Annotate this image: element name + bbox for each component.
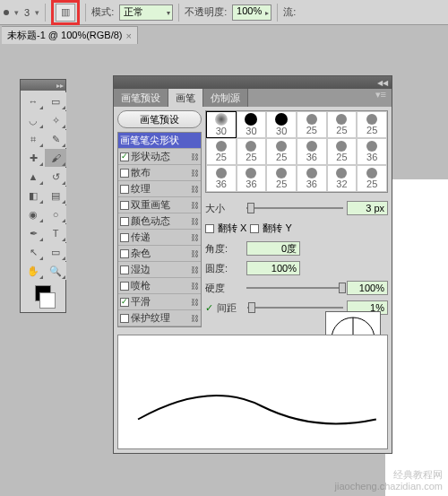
brush-panel-toggle-icon[interactable]: ▥ (56, 4, 75, 22)
preset-cell[interactable]: 32 (327, 165, 358, 192)
preset-cell[interactable]: 36 (297, 165, 327, 192)
option-transfer[interactable]: 传递⛓ (118, 230, 201, 246)
lock-icon: ⛓ (191, 201, 199, 210)
blend-mode-select[interactable]: 正常 ▾ (119, 4, 173, 21)
blur-tool[interactable]: ◉ (22, 205, 44, 223)
type-tool[interactable]: T (45, 224, 66, 242)
lock-icon: ⛓ (191, 169, 199, 178)
preset-cell[interactable]: 36 (237, 165, 267, 192)
option-texture[interactable]: 纹理⛓ (118, 181, 201, 197)
preset-cell[interactable]: 30 (237, 111, 267, 138)
collapse-icon: ◀◀ (377, 79, 388, 87)
hardness-slider[interactable] (246, 283, 343, 293)
opacity-input[interactable]: 100% ▸ (232, 4, 271, 21)
opacity-label: 不透明度: (185, 5, 227, 19)
background-color[interactable] (39, 292, 56, 309)
preset-cell[interactable]: 36 (206, 165, 237, 192)
tab-clone[interactable]: 仿制源 (203, 89, 248, 107)
size-value[interactable]: 3 px (347, 201, 388, 215)
marquee-tool[interactable]: ▭ (45, 92, 66, 110)
flipy-checkbox[interactable] (250, 224, 259, 233)
preset-cell[interactable]: 30 (206, 111, 237, 138)
panel-tabs: 画笔预设 画笔 仿制源 ▾≡ (114, 89, 392, 107)
brush-preview-dot (4, 10, 9, 15)
tab-brush[interactable]: 画笔 (168, 89, 203, 107)
brush-preset-grid[interactable]: 30 30 30 25 25 25 25 25 25 36 25 36 36 3… (205, 110, 388, 193)
preset-cell[interactable]: 36 (357, 138, 387, 165)
angle-label: 角度: (205, 242, 243, 256)
separator (85, 4, 86, 22)
preset-cell[interactable]: 25 (297, 111, 327, 138)
brush-stroke-preview (117, 335, 388, 449)
stamp-tool[interactable]: ▲ (22, 168, 44, 186)
lock-icon: ⛓ (191, 298, 199, 307)
brush-tool[interactable]: 🖌 (45, 149, 66, 167)
brush-titlebar[interactable]: ◀◀ (114, 76, 392, 89)
option-smoothing[interactable]: ✓平滑⛓ (118, 294, 201, 310)
preset-cell[interactable]: 25 (237, 138, 267, 165)
hardness-value[interactable]: 100% (347, 281, 388, 295)
brush-panel: ◀◀ 画笔预设 画笔 仿制源 ▾≡ 画笔预设 画笔笔尖形状 ✓形状动态⛓ 散布⛓… (113, 75, 392, 454)
preset-cell[interactable]: 30 (266, 111, 297, 138)
close-icon[interactable]: × (126, 30, 132, 41)
magic-wand-tool[interactable]: ✧ (45, 111, 66, 129)
crop-tool[interactable]: ⌗ (22, 130, 44, 148)
preset-cell[interactable]: 25 (357, 111, 387, 138)
history-brush-tool[interactable]: ↺ (45, 168, 66, 186)
brush-presets-button[interactable]: 画笔预设 (117, 110, 202, 128)
flipx-label: 翻转 X (218, 222, 246, 235)
pen-tool[interactable]: ✒ (22, 224, 44, 242)
path-tool[interactable]: ↖ (22, 243, 44, 261)
preset-cell[interactable]: 25 (206, 138, 237, 165)
hand-tool[interactable]: ✋ (22, 262, 44, 280)
lasso-tool[interactable]: ◡ (22, 111, 44, 129)
dodge-tool[interactable]: ○ (45, 205, 66, 223)
flipx-checkbox[interactable] (205, 224, 214, 233)
document-tab[interactable]: 未标题-1 @ 100%(RGB/8) × (2, 26, 138, 44)
separator (277, 4, 278, 22)
preset-cell[interactable]: 36 (297, 138, 327, 165)
preset-cell[interactable]: 25 (266, 138, 297, 165)
tools-titlebar[interactable]: ▸▸ (21, 80, 65, 91)
chevron-down-icon[interactable]: ▾ (14, 8, 19, 17)
canvas[interactable] (385, 179, 448, 496)
preset-cell[interactable]: 25 (266, 165, 297, 192)
angle-value[interactable]: 0度 (246, 241, 300, 256)
brush-size-number: 3 (24, 7, 30, 18)
eraser-tool[interactable]: ◧ (22, 187, 44, 204)
separator (178, 4, 179, 22)
healing-tool[interactable]: ✚ (22, 149, 44, 167)
spacing-checkbox[interactable]: ✓ (205, 302, 213, 314)
preset-cell[interactable]: 25 (357, 165, 387, 192)
option-color-dynamics[interactable]: 颜色动态⛓ (118, 213, 201, 230)
size-label: 大小 (205, 202, 243, 215)
option-protect-texture[interactable]: 保护纹理⛓ (118, 310, 201, 326)
gradient-tool[interactable]: ▤ (45, 187, 66, 204)
tools-panel: ▸▸ ↔ ▭ ◡ ✧ ⌗ ✎ ✚ 🖌 ▲ ↺ ◧ ▤ ◉ ○ ✒ T ↖ ▭ ✋… (20, 79, 66, 313)
roundness-label: 圆度: (205, 262, 243, 275)
chevron-down-icon: ▾ (167, 9, 170, 17)
flipy-label: 翻转 Y (263, 222, 291, 235)
size-slider[interactable] (246, 203, 343, 213)
preset-cell[interactable]: 25 (327, 111, 358, 138)
flyout-menu-icon[interactable]: ▾≡ (370, 89, 392, 107)
option-shape-dynamics[interactable]: ✓形状动态⛓ (118, 149, 201, 165)
roundness-value[interactable]: 100% (246, 261, 300, 275)
option-wet-edges[interactable]: 湿边⛓ (118, 262, 201, 278)
move-tool[interactable]: ↔ (22, 92, 44, 110)
zoom-tool[interactable]: 🔍 (45, 262, 66, 280)
option-airbrush[interactable]: 喷枪⛓ (118, 278, 201, 294)
document-tab-bar: 未标题-1 @ 100%(RGB/8) × (0, 25, 448, 45)
option-tip-shape[interactable]: 画笔笔尖形状 (118, 133, 201, 149)
shape-tool[interactable]: ▭ (45, 243, 66, 261)
option-scatter[interactable]: 散布⛓ (118, 165, 201, 181)
chevron-down-icon: ▸ (265, 9, 269, 17)
option-noise[interactable]: 杂色⛓ (118, 246, 201, 262)
color-swatch[interactable] (21, 282, 65, 312)
eyedropper-tool[interactable]: ✎ (45, 130, 66, 148)
chevron-down-icon[interactable]: ▾ (35, 8, 39, 17)
lock-icon: ⛓ (191, 233, 199, 242)
preset-cell[interactable]: 25 (327, 138, 358, 165)
tab-presets[interactable]: 画笔预设 (114, 89, 168, 107)
option-dual-brush[interactable]: 双重画笔⛓ (118, 197, 201, 213)
